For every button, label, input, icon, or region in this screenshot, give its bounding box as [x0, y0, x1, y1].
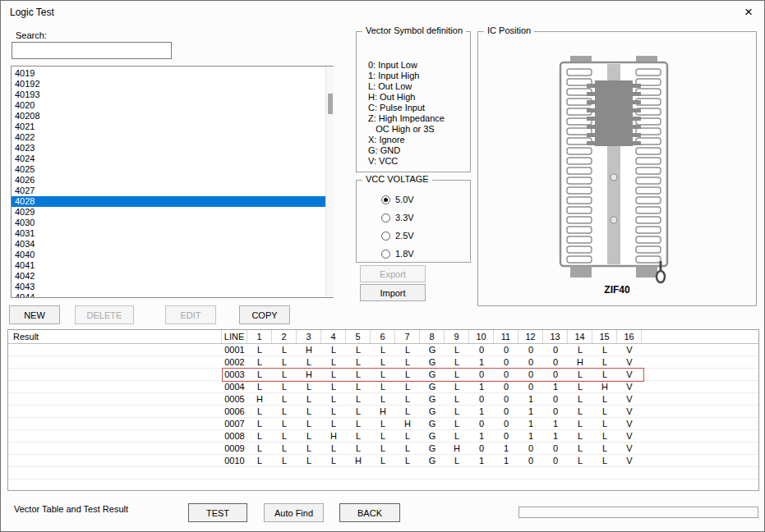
pin-value-cell: G	[420, 344, 445, 355]
status-text: Vector Table and Test Result	[14, 504, 128, 514]
table-row-0007[interactable]: 0007LLLLLLHGL0011LLV	[8, 418, 758, 430]
pin-value-cell: H	[297, 369, 321, 380]
list-item-4041[interactable]: 4041	[12, 260, 333, 271]
list-item-4022[interactable]: 4022	[12, 132, 333, 143]
radio-icon[interactable]	[381, 195, 390, 204]
close-icon[interactable]: ×	[740, 3, 758, 21]
list-item-4031[interactable]: 4031	[12, 228, 333, 239]
back-button[interactable]: BACK	[339, 503, 400, 522]
pin-value-cell: L	[346, 406, 371, 417]
header-filler	[642, 330, 758, 343]
table-row-0010[interactable]: 0010LLLLHLLGL1100LLV	[8, 455, 758, 467]
list-item-4021[interactable]: 4021	[12, 122, 333, 132]
pin-value-cell: L	[371, 381, 395, 392]
pin-value-cell: L	[445, 369, 469, 380]
list-item-4026[interactable]: 4026	[12, 175, 333, 186]
result-cell	[8, 430, 222, 442]
line-cell: 0001	[222, 344, 247, 355]
pin-value-cell: L	[321, 369, 346, 380]
vcc-voltage-group: VCC VOLTAGE 5.0V3.3V2.5V1.8V	[356, 180, 471, 263]
vector-symbol-line: 1: Input High	[368, 71, 467, 81]
pin-value-cell: L	[346, 369, 371, 380]
scrollbar-thumb[interactable]	[328, 94, 333, 114]
pin-value-cell: L	[592, 393, 617, 405]
pin-value-cell: L	[371, 369, 395, 380]
list-item-4028[interactable]: 4028	[12, 196, 333, 207]
delete-button[interactable]: DELETE	[75, 305, 134, 324]
pin-value-cell: L	[321, 418, 346, 429]
pin-column-header-10: 10	[469, 330, 494, 343]
radio-icon[interactable]	[381, 213, 390, 222]
list-item-4029[interactable]: 4029	[12, 207, 333, 218]
vcc-option-2.5v[interactable]: 2.5V	[381, 230, 414, 241]
pin-column-header-6: 6	[371, 330, 395, 343]
vector-symbol-line: H: Out High	[368, 92, 467, 103]
vcc-option-1.8v[interactable]: 1.8V	[381, 248, 414, 259]
list-item-4023[interactable]: 4023	[12, 143, 333, 154]
list-item-4020[interactable]: 4020	[12, 100, 333, 111]
list-item-4043[interactable]: 4043	[12, 282, 333, 292]
table-row-0001[interactable]: 0001LLHLLLLGL0000LLV	[8, 344, 758, 356]
list-item-4025[interactable]: 4025	[12, 164, 333, 175]
pin-value-cell: L	[371, 356, 395, 368]
list-item-4040[interactable]: 4040	[12, 250, 333, 260]
list-item-4042[interactable]: 4042	[12, 271, 333, 282]
table-row-0002[interactable]: 0002LLLLLLLGL1000HLV	[8, 356, 758, 369]
table-row-0009[interactable]: 0009LLLLLLLGH0100LLV	[8, 443, 758, 455]
table-row-0008[interactable]: 0008LLLHLLLGL1011LLV	[8, 430, 758, 443]
list-item-4030[interactable]: 4030	[12, 218, 333, 228]
new-button[interactable]: NEW	[9, 305, 60, 324]
pin-value-cell: V	[617, 455, 642, 466]
pin-value-cell: L	[445, 430, 469, 442]
pin-value-cell: L	[272, 406, 297, 417]
search-input[interactable]	[12, 42, 172, 59]
list-item-4024[interactable]: 4024	[12, 154, 333, 164]
pin-value-cell: 0	[494, 369, 518, 380]
vector-symbol-line: G: GND	[368, 145, 467, 156]
result-cell	[8, 418, 222, 429]
pin-value-cell: 1	[469, 381, 494, 392]
pin-value-cell: V	[617, 430, 642, 442]
table-row-0004[interactable]: 0004LLLLLLLGL1001LHV	[8, 381, 758, 393]
list-item-4027[interactable]: 4027	[12, 186, 333, 196]
pin-value-cell: 1	[518, 406, 543, 417]
table-row-0005[interactable]: 0005HLLLLLLGL0010LLV	[8, 393, 758, 406]
list-item-40193[interactable]: 40193	[12, 89, 333, 100]
table-row-0003[interactable]: 0003LLHLLLLGL0000LLV	[8, 369, 758, 381]
pin-value-cell: 1	[469, 455, 494, 466]
result-cell	[8, 356, 222, 368]
window-title: Logic Test	[10, 7, 54, 18]
pin-value-cell: L	[321, 381, 346, 392]
edit-button[interactable]: EDIT	[165, 305, 216, 324]
pin-value-cell: 1	[543, 381, 568, 392]
pin-value-cell: V	[617, 418, 642, 429]
list-scrollbar[interactable]	[325, 66, 334, 297]
table-row-0006[interactable]: 0006LLLLLHLGL1010LLV	[8, 406, 758, 418]
import-button[interactable]: Import	[360, 284, 426, 301]
line-cell: 0006	[222, 406, 247, 417]
copy-button[interactable]: COPY	[239, 305, 290, 324]
pin-value-cell: L	[346, 344, 371, 355]
result-cell	[8, 455, 222, 466]
auto-find-button[interactable]: Auto Find	[264, 503, 324, 522]
list-item-40208[interactable]: 40208	[12, 111, 333, 122]
pin-value-cell: L	[346, 443, 371, 454]
radio-icon[interactable]	[381, 232, 390, 241]
logic-test-dialog: Logic Test × Search: 4019401924019340204…	[0, 0, 765, 532]
pin-value-cell: G	[420, 393, 445, 405]
list-item-4044[interactable]: 4044	[12, 292, 333, 298]
pin-value-cell: L	[247, 418, 272, 429]
pin-value-cell: L	[247, 443, 272, 454]
radio-icon[interactable]	[381, 250, 390, 259]
pin-value-cell: 1	[494, 443, 518, 454]
chip-listbox[interactable]: 4019401924019340204020840214022402340244…	[11, 66, 334, 298]
export-button[interactable]: Export	[360, 265, 426, 282]
list-item-40192[interactable]: 40192	[12, 79, 333, 89]
list-item-4019[interactable]: 4019	[12, 68, 333, 79]
vcc-option-3.3v[interactable]: 3.3V	[381, 212, 414, 223]
pin-value-cell: L	[568, 344, 592, 355]
test-button[interactable]: TEST	[188, 503, 247, 522]
pin-value-cell: 0	[518, 356, 543, 368]
list-item-4034[interactable]: 4034	[12, 239, 333, 250]
vcc-option-5.0v[interactable]: 5.0V	[381, 194, 414, 205]
